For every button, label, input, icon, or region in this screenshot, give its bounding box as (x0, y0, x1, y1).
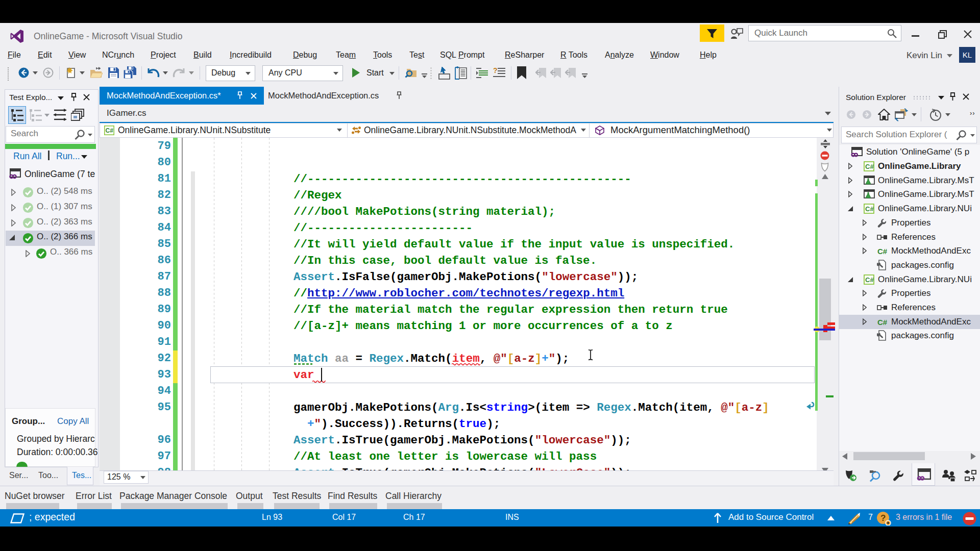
svg-text:?: ? (880, 513, 886, 523)
svg-text:C#: C# (865, 205, 874, 213)
svg-text:C#: C# (865, 163, 874, 170)
svg-text:?: ? (493, 66, 498, 74)
svg-text:C#: C# (877, 247, 887, 256)
svg-text:C#: C# (106, 127, 114, 134)
svg-text:C#: C# (877, 318, 887, 327)
svg-text:C#: C# (865, 276, 874, 284)
